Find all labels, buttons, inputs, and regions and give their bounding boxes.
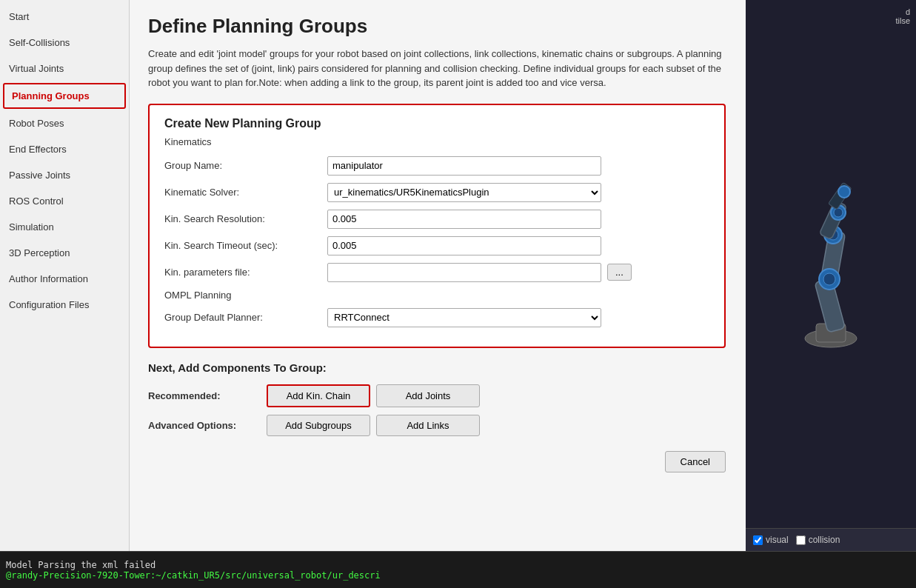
sidebar-item-3d-perception[interactable]: 3D Perception: [0, 240, 129, 266]
collision-checkbox[interactable]: [796, 535, 806, 545]
panel-corner-text: dtilse: [895, 7, 910, 25]
kinematic-solver-row: Kinematic Solver: ur_kinematics/UR5Kinem…: [164, 183, 709, 202]
content-area: Define Planning Groups Create and edit '…: [130, 0, 746, 551]
kin-search-timeout-input[interactable]: [327, 236, 601, 255]
default-planner-row: Group Default Planner: RRTConnect RRT ES…: [164, 308, 709, 327]
cancel-button[interactable]: Cancel: [665, 451, 726, 472]
terminal-line-2: @randy-Precision-7920-Tower:~/catkin_UR5…: [6, 570, 910, 581]
visual-checkbox-wrap: visual: [753, 535, 789, 545]
collision-label: collision: [809, 535, 840, 545]
cancel-row: Cancel: [148, 451, 726, 472]
kinematic-solver-label: Kinematic Solver:: [164, 187, 327, 198]
kinematics-section-label: Kinematics: [164, 136, 709, 147]
terminal: Model Parsing the xml failed @randy-Prec…: [0, 551, 916, 588]
kin-params-row: Kin. parameters file: ...: [164, 263, 709, 282]
group-name-row: Group Name:: [164, 156, 709, 176]
components-title: Next, Add Components To Group:: [148, 361, 726, 374]
advanced-buttons: Add Subgroups Add Links: [267, 415, 480, 436]
recommended-row: Recommended: Add Kin. Chain Add Joints: [148, 384, 726, 407]
default-planner-label: Group Default Planner:: [164, 312, 327, 323]
sidebar-item-author-information[interactable]: Author Information: [0, 266, 129, 292]
sidebar-item-self-collisions[interactable]: Self-Collisions: [0, 30, 129, 56]
sidebar-item-ros-control[interactable]: ROS Control: [0, 188, 129, 214]
kin-search-res-row: Kin. Search Resolution:: [164, 210, 709, 229]
page-description: Create and edit 'joint model' groups for…: [148, 47, 726, 90]
add-subgroups-button[interactable]: Add Subgroups: [267, 415, 370, 436]
robot-view: dtilse: [746, 0, 916, 528]
right-panel-bottom: visual collision: [746, 528, 916, 551]
add-kin-chain-button[interactable]: Add Kin. Chain: [267, 384, 370, 407]
robot-arm-svg: [772, 161, 890, 368]
advanced-label: Advanced Options:: [148, 420, 267, 431]
kin-params-input[interactable]: [327, 263, 601, 282]
page-title: Define Planning Groups: [148, 15, 727, 38]
sidebar-item-simulation[interactable]: Simulation: [0, 214, 129, 240]
sidebar: StartSelf-CollisionsVirtual JointsPlanni…: [0, 0, 130, 551]
terminal-line-1: Model Parsing the xml failed: [6, 560, 910, 570]
kin-search-res-label: Kin. Search Resolution:: [164, 213, 327, 224]
collision-checkbox-wrap: collision: [796, 535, 840, 545]
browse-button[interactable]: ...: [607, 264, 632, 281]
kinematic-solver-select[interactable]: ur_kinematics/UR5KinematicsPlugin KDLKin…: [327, 183, 601, 202]
sidebar-item-robot-poses[interactable]: Robot Poses: [0, 110, 129, 136]
svg-point-12: [838, 186, 850, 198]
add-joints-button[interactable]: Add Joints: [376, 384, 480, 407]
svg-point-10: [834, 208, 843, 217]
create-planning-group-form: Create New Planning Group Kinematics Gro…: [148, 104, 726, 348]
sidebar-item-end-effectors[interactable]: End Effectors: [0, 136, 129, 162]
kin-params-label: Kin. parameters file:: [164, 267, 327, 278]
visual-checkbox[interactable]: [753, 535, 763, 545]
components-section: Next, Add Components To Group: Recommend…: [148, 361, 726, 472]
ompl-section-label: OMPL Planning: [164, 290, 709, 301]
kin-search-timeout-row: Kin. Search Timeout (sec):: [164, 236, 709, 255]
group-name-input[interactable]: [327, 156, 601, 176]
sidebar-item-planning-groups[interactable]: Planning Groups: [3, 83, 126, 109]
recommended-buttons: Add Kin. Chain Add Joints: [267, 384, 480, 407]
default-planner-select[interactable]: RRTConnect RRT EST KPIECE BKPIECE LBKPIE…: [327, 308, 601, 327]
sidebar-item-passive-joints[interactable]: Passive Joints: [0, 162, 129, 188]
visual-label: visual: [766, 535, 789, 545]
right-panel: dtilse: [746, 0, 916, 551]
sidebar-item-start[interactable]: Start: [0, 4, 129, 30]
form-box-title: Create New Planning Group: [164, 117, 709, 130]
recommended-label: Recommended:: [148, 390, 267, 401]
sidebar-item-configuration-files[interactable]: Configuration Files: [0, 292, 129, 318]
add-links-button[interactable]: Add Links: [376, 415, 480, 436]
advanced-row: Advanced Options: Add Subgroups Add Link…: [148, 415, 726, 436]
svg-point-5: [823, 273, 835, 285]
kin-search-res-input[interactable]: [327, 210, 601, 229]
sidebar-item-virtual-joints[interactable]: Virtual Joints: [0, 56, 129, 81]
group-name-label: Group Name:: [164, 160, 327, 171]
kin-search-timeout-label: Kin. Search Timeout (sec):: [164, 240, 327, 251]
